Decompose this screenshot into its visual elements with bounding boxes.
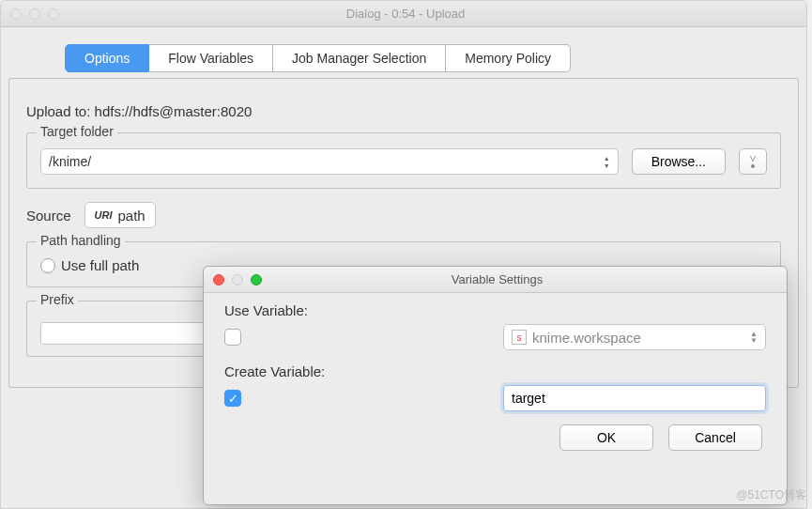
target-folder-input[interactable]: /knime/ ▲▼ (40, 148, 619, 175)
traffic-lights (10, 8, 59, 20)
target-folder-legend: Target folder (37, 124, 117, 139)
use-variable-label: Use Variable: (224, 302, 766, 318)
dialog2-titlebar: Variable Settings (204, 267, 787, 293)
tab-memory-policy[interactable]: Memory Policy (446, 44, 571, 72)
uri-icon: URI (95, 209, 113, 221)
string-type-icon: s (512, 330, 527, 345)
source-field[interactable]: URI path (84, 202, 156, 228)
browse-button[interactable]: Browse... (632, 148, 726, 175)
use-variable-select-value: knime.workspace (532, 330, 641, 346)
use-full-path-label: Use full path (61, 257, 139, 273)
target-folder-value: /knime/ (49, 154, 91, 169)
stepper-icon[interactable]: ▲▼ (604, 155, 610, 169)
main-titlebar: Dialog - 0:54 - Upload (1, 1, 806, 27)
upload-to-label: Upload to: hdfs://hdfs@master:8020 (26, 103, 781, 119)
minimize-icon[interactable] (29, 8, 40, 20)
create-variable-input[interactable] (503, 385, 766, 411)
prefix-legend: Prefix (37, 292, 78, 307)
path-handling-legend: Path handling (37, 233, 125, 248)
target-folder-group: Target folder /knime/ ▲▼ Browse... V (26, 132, 781, 189)
use-variable-checkbox[interactable] (224, 329, 241, 346)
watermark: @51CTO博客 (736, 487, 806, 503)
cancel-button[interactable]: Cancel (668, 424, 762, 451)
chevron-updown-icon: ▲▼ (750, 331, 758, 344)
source-value: path (117, 208, 145, 224)
source-label: Source (26, 208, 71, 224)
tab-flow-variables[interactable]: Flow Variables (149, 44, 273, 72)
variable-settings-dialog: Variable Settings Use Variable: s knime.… (203, 266, 788, 505)
close-icon[interactable] (213, 274, 224, 285)
create-variable-label: Create Variable: (224, 363, 766, 379)
variable-button[interactable]: V (739, 148, 767, 175)
radio-use-full-path[interactable] (40, 258, 55, 273)
tab-job-manager[interactable]: Job Manager Selection (273, 44, 446, 72)
window-title: Dialog - 0:54 - Upload (59, 7, 752, 21)
dialog2-traffic-lights (213, 274, 262, 285)
zoom-icon[interactable] (251, 274, 262, 285)
source-row: Source URI path (26, 202, 781, 228)
tab-options[interactable]: Options (65, 44, 149, 72)
dialog2-title: Variable Settings (262, 272, 732, 286)
minimize-icon[interactable] (232, 274, 243, 285)
close-icon[interactable] (10, 8, 22, 20)
zoom-icon[interactable] (48, 8, 59, 20)
ok-button[interactable]: OK (559, 424, 653, 451)
use-variable-select[interactable]: s knime.workspace ▲▼ (503, 324, 766, 350)
create-variable-checkbox[interactable]: ✓ (224, 390, 241, 407)
tab-bar: Options Flow Variables Job Manager Selec… (65, 44, 806, 72)
